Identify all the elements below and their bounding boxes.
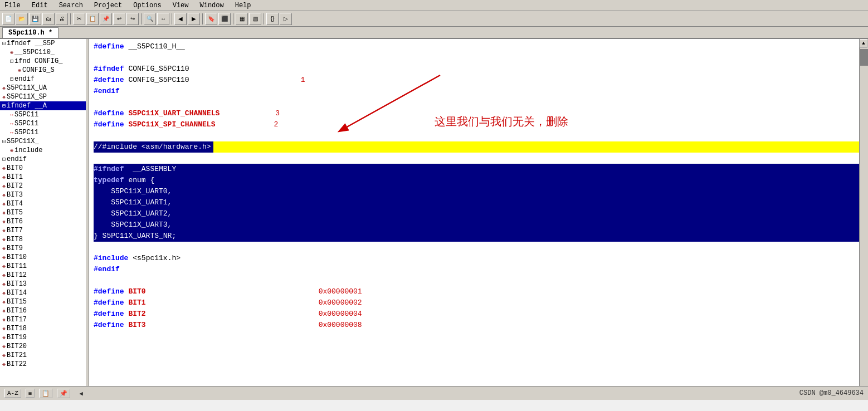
code-line-empty3 (94, 130, 864, 141)
tab-bar: S5pc110.h * (0, 27, 868, 39)
sidebar-item-ifndef-a[interactable]: ⊟ ifndef __A (0, 101, 86, 110)
sidebar-item-bit2[interactable]: ❋ BIT2 (0, 182, 86, 190)
toolbar-open[interactable]: 📂 (16, 13, 28, 25)
sidebar-item-bit20[interactable]: ❋ BIT20 (0, 342, 86, 351)
code-line-bit0: #define BIT0 0x00000001 (94, 286, 864, 297)
status-bar: A-Z ≡ 📋 📌 ◀ CSDN @m0_4649634 (0, 386, 868, 400)
toolbar-find[interactable]: 🔍 (144, 13, 156, 25)
menu-help[interactable]: Help (233, 2, 253, 9)
code-line-empty6 (94, 275, 864, 286)
editor-area[interactable]: #define __S5PC110_H__ #ifndef CONFIG_S5P… (89, 39, 868, 386)
sidebar-item-ifdef-con[interactable]: ⊟ ifnd CONFIG_ (0, 57, 86, 66)
sidebar-item-s5pc11-2[interactable]: ↔ S5PC11 (0, 119, 86, 128)
sidebar-item-s5pc110[interactable]: ❋ __S5PC110_ (0, 48, 86, 57)
tab-s5pc110[interactable]: S5pc110.h * (2, 27, 58, 38)
toolbar-redo[interactable]: ↪ (126, 13, 139, 25)
sidebar-item-bit12[interactable]: ❋ BIT12 (0, 271, 86, 280)
menu-options[interactable]: Options (131, 2, 163, 9)
code-line-ifndef: #ifndef CONFIG_S5PC110 (94, 63, 864, 75)
status-btn3[interactable]: 📌 (57, 389, 70, 398)
toolbar-sep4 (202, 13, 203, 25)
code-line-typedef: typedef enum { (94, 175, 864, 186)
code-line-uart2: S5PC11X_UART2, (94, 208, 864, 219)
sidebar-item-bit18[interactable]: ❋ BIT18 (0, 324, 86, 333)
sidebar-item-spi[interactable]: ❋ S5PC11X_SP (0, 92, 86, 101)
toolbar-save[interactable]: 💾 (29, 13, 41, 25)
toolbar-sep1 (70, 13, 71, 25)
code-line-spi-channels: #define S5PC11X_SPI_CHANNELS 2 (94, 119, 864, 130)
toolbar-replace[interactable]: ↔ (157, 13, 169, 25)
toolbar-paste[interactable]: 📌 (100, 13, 112, 25)
menu-file[interactable]: File (2, 2, 23, 9)
sidebar-item-include[interactable]: ❋ include (0, 146, 86, 155)
menu-search[interactable]: Search (57, 2, 85, 9)
toolbar-bookmark[interactable]: 🔖 (205, 13, 217, 25)
toolbar-table2[interactable]: ▧ (249, 13, 261, 25)
sidebar-item-bit14[interactable]: ❋ BIT14 (0, 288, 86, 297)
watermark: CSDN @m0_4649634 (799, 389, 864, 397)
sidebar-item-bit3[interactable]: ❋ BIT3 (0, 190, 86, 199)
sidebar-item-bit11[interactable]: ❋ BIT11 (0, 262, 86, 271)
menu-view[interactable]: View (170, 2, 191, 9)
toolbar-sep6 (264, 13, 264, 25)
sidebar-item-bit17[interactable]: ❋ BIT17 (0, 315, 86, 324)
status-btn2[interactable]: 📋 (39, 389, 52, 398)
code-line-endif2: #endif (94, 264, 864, 275)
sidebar-item-uart[interactable]: ❋ S5PC11X_UA (0, 84, 86, 92)
toolbar-save-all[interactable]: 🗂 (42, 13, 55, 25)
menu-project[interactable]: Project (92, 2, 124, 9)
code-line-uarts-nr: } S5PC11X_UARTS_NR; (94, 231, 864, 242)
scroll-up-button[interactable]: ▲ (860, 39, 867, 48)
code-line-uart1: S5PC11X_UART1, (94, 197, 864, 208)
sidebar-item-bit9[interactable]: ❋ BIT9 (0, 244, 86, 253)
toolbar-cut[interactable]: ✂ (73, 13, 85, 25)
toolbar-new[interactable]: 📄 (2, 13, 14, 25)
sidebar-item-bit21[interactable]: ❋ BIT21 (0, 351, 86, 360)
sidebar-item-bit6[interactable]: ❋ BIT6 (0, 217, 86, 226)
sidebar-item-endif2[interactable]: ⊟ endif (0, 155, 86, 164)
sidebar-item-bit5[interactable]: ❋ BIT5 (0, 208, 86, 217)
toolbar-run[interactable]: ▷ (280, 13, 292, 25)
right-scrollbar[interactable]: ▲ (859, 39, 868, 386)
code-line-include-s5pc11x: #include <s5pc11x.h> (94, 253, 864, 264)
toolbar-print[interactable]: 🖨 (56, 13, 68, 25)
sidebar-item-bit15[interactable]: ❋ BIT15 (0, 297, 86, 306)
menu-window[interactable]: Window (198, 2, 226, 9)
status-btn1[interactable]: ≡ (26, 389, 35, 398)
code-line-uart3: S5PC11X_UART3, (94, 219, 864, 231)
sidebar-item-bit22[interactable]: ❋ BIT22 (0, 360, 86, 369)
sidebar-item-bit1[interactable]: ❋ BIT1 (0, 173, 86, 182)
sidebar-item-ifdef-s5p[interactable]: ⊟ ifndef __S5P (0, 39, 86, 48)
sidebar-item-bit10[interactable]: ❋ BIT10 (0, 253, 86, 262)
code-line-ifndef-asm: #ifndef __ASSEMBLY (94, 164, 864, 175)
toolbar-forward[interactable]: ▶ (188, 13, 200, 25)
scroll-thumb[interactable] (860, 49, 868, 66)
sidebar-item-bit19[interactable]: ❋ BIT19 (0, 333, 86, 342)
sidebar-item-bit8[interactable]: ❋ BIT8 (0, 235, 86, 244)
toolbar-code[interactable]: {} (266, 13, 279, 25)
sidebar-item-bit4[interactable]: ❋ BIT4 (0, 199, 86, 208)
toolbar-breakpoint[interactable]: ⬛ (218, 13, 231, 25)
sidebar-item-bit16[interactable]: ❋ BIT16 (0, 306, 86, 315)
menu-edit[interactable]: Edit (30, 2, 50, 9)
sidebar-item-s5pc11-3[interactable]: ↔ S5PC11 (0, 128, 86, 137)
az-button[interactable]: A-Z (4, 389, 21, 398)
toolbar: 📄 📂 💾 🗂 🖨 ✂ 📋 📌 ↩ ↪ 🔍 ↔ ◀ ▶ 🔖 ⬛ ▦ ▧ {} ▷ (0, 11, 868, 27)
toolbar-back[interactable]: ◀ (174, 13, 187, 25)
code-line-endif1: #endif (94, 86, 864, 97)
code-line-1: #define __S5PC110_H__ (94, 41, 864, 52)
code-line-uart-channels: #define S5PC11X_UART_CHANNELS 3 (94, 108, 864, 119)
code-content: #define __S5PC110_H__ #ifndef CONFIG_S5P… (89, 39, 868, 386)
toolbar-undo[interactable]: ↩ (113, 13, 125, 25)
sidebar-item-endif1[interactable]: ⊟ endif (0, 75, 86, 84)
sidebar-item-config-s[interactable]: ❋ CONFIG_S (0, 66, 86, 75)
sidebar-item-s5pc11-1[interactable]: ↔ S5PC11 (0, 110, 86, 119)
toolbar-table[interactable]: ▦ (236, 13, 248, 25)
toolbar-copy[interactable]: 📋 (86, 13, 99, 25)
sidebar-item-bit13[interactable]: ❋ BIT13 (0, 280, 86, 288)
sidebar-item-bit7[interactable]: ❋ BIT7 (0, 226, 86, 235)
sidebar-item-bit0[interactable]: ❋ BIT0 (0, 164, 86, 173)
code-line-bit3: #define BIT3 0x00000008 (94, 320, 864, 331)
sidebar-item-s5pc11x-[interactable]: ⊟ S5PC11X_ (0, 137, 86, 146)
toolbar-sep2 (141, 13, 142, 25)
